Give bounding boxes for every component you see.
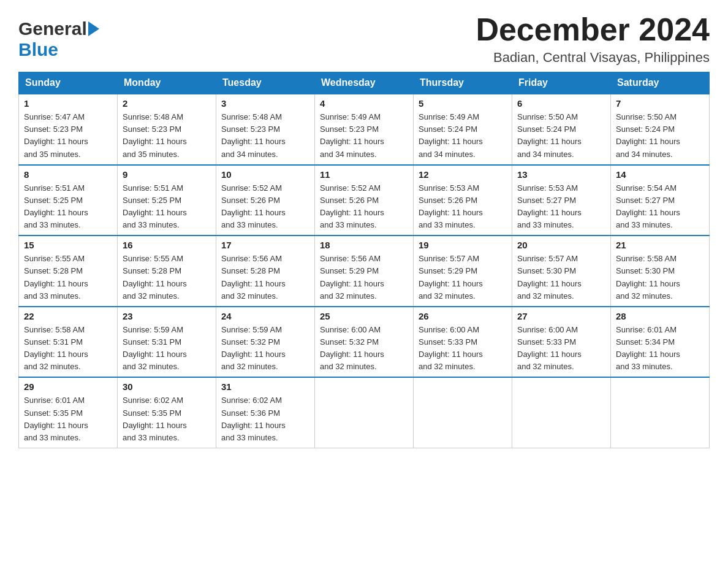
calendar-cell: 3 Sunrise: 5:48 AMSunset: 5:23 PMDayligh… — [216, 94, 315, 165]
day-number: 28 — [616, 311, 704, 321]
calendar-cell: 16 Sunrise: 5:55 AMSunset: 5:28 PMDaylig… — [118, 236, 216, 307]
day-number: 2 — [123, 98, 211, 109]
day-info: Sunrise: 5:55 AMSunset: 5:28 PMDaylight:… — [24, 254, 88, 300]
day-number: 19 — [419, 240, 507, 250]
column-header-wednesday: Wednesday — [315, 72, 414, 94]
calendar-cell — [611, 377, 710, 448]
day-info: Sunrise: 6:01 AMSunset: 5:34 PMDaylight:… — [616, 325, 680, 371]
day-number: 14 — [616, 169, 704, 180]
day-number: 24 — [221, 311, 309, 321]
day-number: 22 — [24, 311, 112, 321]
day-number: 6 — [517, 98, 605, 109]
day-info: Sunrise: 5:53 AMSunset: 5:27 PMDaylight:… — [517, 183, 582, 229]
day-info: Sunrise: 5:50 AMSunset: 5:24 PMDaylight:… — [616, 112, 680, 158]
calendar-week-1: 1 Sunrise: 5:47 AMSunset: 5:23 PMDayligh… — [19, 94, 710, 165]
calendar-cell: 11 Sunrise: 5:52 AMSunset: 5:26 PMDaylig… — [315, 165, 414, 236]
day-number: 25 — [320, 311, 408, 321]
day-number: 13 — [517, 169, 605, 180]
calendar-cell: 19 Sunrise: 5:57 AMSunset: 5:29 PMDaylig… — [414, 236, 512, 307]
calendar-cell: 10 Sunrise: 5:52 AMSunset: 5:26 PMDaylig… — [216, 165, 315, 236]
day-info: Sunrise: 5:52 AMSunset: 5:26 PMDaylight:… — [221, 183, 286, 229]
day-number: 5 — [419, 98, 507, 109]
calendar-week-2: 8 Sunrise: 5:51 AMSunset: 5:25 PMDayligh… — [19, 165, 710, 236]
calendar-cell: 6 Sunrise: 5:50 AMSunset: 5:24 PMDayligh… — [512, 94, 611, 165]
day-number: 11 — [320, 169, 408, 180]
logo-blue-text: Blue — [18, 39, 58, 59]
calendar-cell: 15 Sunrise: 5:55 AMSunset: 5:28 PMDaylig… — [19, 236, 118, 307]
calendar-cell: 13 Sunrise: 5:53 AMSunset: 5:27 PMDaylig… — [512, 165, 611, 236]
day-number: 20 — [517, 240, 605, 250]
day-info: Sunrise: 5:48 AMSunset: 5:23 PMDaylight:… — [221, 112, 286, 158]
day-info: Sunrise: 5:54 AMSunset: 5:27 PMDaylight:… — [616, 183, 680, 229]
calendar-cell: 28 Sunrise: 6:01 AMSunset: 5:34 PMDaylig… — [611, 307, 710, 378]
calendar-week-5: 29 Sunrise: 6:01 AMSunset: 5:35 PMDaylig… — [19, 377, 710, 448]
calendar-cell: 26 Sunrise: 6:00 AMSunset: 5:33 PMDaylig… — [414, 307, 512, 378]
day-info: Sunrise: 5:57 AMSunset: 5:30 PMDaylight:… — [517, 254, 582, 300]
day-info: Sunrise: 6:00 AMSunset: 5:32 PMDaylight:… — [320, 325, 384, 371]
column-header-sunday: Sunday — [19, 72, 118, 94]
day-number: 17 — [221, 240, 309, 250]
day-number: 7 — [616, 98, 704, 109]
day-number: 18 — [320, 240, 408, 250]
day-number: 10 — [221, 169, 309, 180]
calendar-week-4: 22 Sunrise: 5:58 AMSunset: 5:31 PMDaylig… — [19, 307, 710, 378]
day-number: 4 — [320, 98, 408, 109]
calendar-cell — [315, 377, 414, 448]
day-number: 27 — [517, 311, 605, 321]
column-header-friday: Friday — [512, 72, 611, 94]
day-number: 12 — [419, 169, 507, 180]
day-info: Sunrise: 6:00 AMSunset: 5:33 PMDaylight:… — [517, 325, 582, 371]
day-info: Sunrise: 5:57 AMSunset: 5:29 PMDaylight:… — [419, 254, 483, 300]
calendar-table: SundayMondayTuesdayWednesdayThursdayFrid… — [18, 72, 710, 448]
calendar-cell: 2 Sunrise: 5:48 AMSunset: 5:23 PMDayligh… — [118, 94, 216, 165]
month-title: December 2024 — [476, 12, 710, 47]
day-info: Sunrise: 5:59 AMSunset: 5:32 PMDaylight:… — [221, 325, 286, 371]
day-info: Sunrise: 5:58 AMSunset: 5:31 PMDaylight:… — [24, 325, 88, 371]
calendar-cell: 21 Sunrise: 5:58 AMSunset: 5:30 PMDaylig… — [611, 236, 710, 307]
calendar-cell: 17 Sunrise: 5:56 AMSunset: 5:28 PMDaylig… — [216, 236, 315, 307]
day-number: 30 — [123, 381, 211, 392]
day-info: Sunrise: 5:59 AMSunset: 5:31 PMDaylight:… — [123, 325, 187, 371]
column-header-thursday: Thursday — [414, 72, 512, 94]
day-info: Sunrise: 5:58 AMSunset: 5:30 PMDaylight:… — [616, 254, 680, 300]
page-header: General Blue December 2024 Badian, Centr… — [18, 12, 710, 66]
column-header-saturday: Saturday — [611, 72, 710, 94]
calendar-week-3: 15 Sunrise: 5:55 AMSunset: 5:28 PMDaylig… — [19, 236, 710, 307]
day-info: Sunrise: 5:52 AMSunset: 5:26 PMDaylight:… — [320, 183, 384, 229]
calendar-cell: 1 Sunrise: 5:47 AMSunset: 5:23 PMDayligh… — [19, 94, 118, 165]
day-info: Sunrise: 5:48 AMSunset: 5:23 PMDaylight:… — [123, 112, 187, 158]
day-info: Sunrise: 6:00 AMSunset: 5:33 PMDaylight:… — [419, 325, 483, 371]
day-number: 26 — [419, 311, 507, 321]
location-subtitle: Badian, Central Visayas, Philippines — [476, 50, 710, 66]
calendar-cell: 30 Sunrise: 6:02 AMSunset: 5:35 PMDaylig… — [118, 377, 216, 448]
day-info: Sunrise: 5:49 AMSunset: 5:24 PMDaylight:… — [419, 112, 483, 158]
day-number: 31 — [221, 381, 309, 392]
day-info: Sunrise: 5:49 AMSunset: 5:23 PMDaylight:… — [320, 112, 384, 158]
day-info: Sunrise: 5:56 AMSunset: 5:28 PMDaylight:… — [221, 254, 286, 300]
calendar-cell: 23 Sunrise: 5:59 AMSunset: 5:31 PMDaylig… — [118, 307, 216, 378]
day-info: Sunrise: 5:51 AMSunset: 5:25 PMDaylight:… — [24, 183, 88, 229]
calendar-cell — [414, 377, 512, 448]
day-number: 21 — [616, 240, 704, 250]
day-number: 9 — [123, 169, 211, 180]
day-number: 23 — [123, 311, 211, 321]
calendar-cell: 27 Sunrise: 6:00 AMSunset: 5:33 PMDaylig… — [512, 307, 611, 378]
day-number: 29 — [24, 381, 112, 392]
calendar-cell: 9 Sunrise: 5:51 AMSunset: 5:25 PMDayligh… — [118, 165, 216, 236]
logo-arrow-icon — [88, 21, 99, 36]
day-info: Sunrise: 6:02 AMSunset: 5:35 PMDaylight:… — [123, 396, 187, 442]
calendar-cell: 31 Sunrise: 6:02 AMSunset: 5:36 PMDaylig… — [216, 377, 315, 448]
calendar-cell: 18 Sunrise: 5:56 AMSunset: 5:29 PMDaylig… — [315, 236, 414, 307]
calendar-cell: 8 Sunrise: 5:51 AMSunset: 5:25 PMDayligh… — [19, 165, 118, 236]
calendar-cell: 24 Sunrise: 5:59 AMSunset: 5:32 PMDaylig… — [216, 307, 315, 378]
column-header-tuesday: Tuesday — [216, 72, 315, 94]
calendar-cell: 14 Sunrise: 5:54 AMSunset: 5:27 PMDaylig… — [611, 165, 710, 236]
day-number: 8 — [24, 169, 112, 180]
day-info: Sunrise: 5:55 AMSunset: 5:28 PMDaylight:… — [123, 254, 187, 300]
calendar-cell: 25 Sunrise: 6:00 AMSunset: 5:32 PMDaylig… — [315, 307, 414, 378]
calendar-cell: 5 Sunrise: 5:49 AMSunset: 5:24 PMDayligh… — [414, 94, 512, 165]
day-number: 3 — [221, 98, 309, 109]
day-number: 16 — [123, 240, 211, 250]
calendar-cell: 12 Sunrise: 5:53 AMSunset: 5:26 PMDaylig… — [414, 165, 512, 236]
calendar-cell: 22 Sunrise: 5:58 AMSunset: 5:31 PMDaylig… — [19, 307, 118, 378]
